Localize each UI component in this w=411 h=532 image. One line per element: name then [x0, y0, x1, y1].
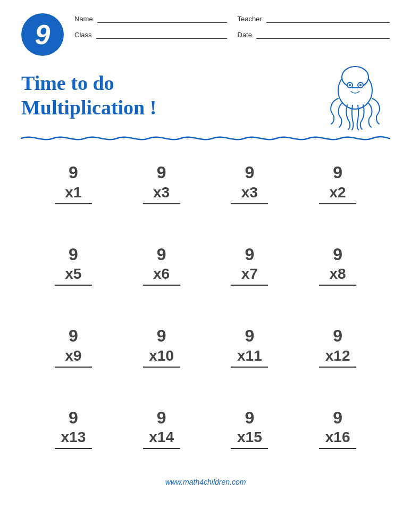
problem-answer[interactable] — [319, 286, 356, 298]
number-badge: 9 — [21, 13, 64, 56]
problem-top: 9 — [245, 325, 254, 347]
name-label: Name — [74, 15, 93, 23]
problem-item: 9 x15 — [208, 402, 291, 468]
problem-item: 9 x3 — [208, 156, 291, 222]
problem-answer[interactable] — [231, 204, 268, 217]
problem-bottom: x2 — [319, 184, 356, 204]
badge-number: 9 — [35, 19, 51, 51]
problem-bottom: x11 — [231, 347, 268, 368]
problem-item: 9 x12 — [296, 320, 379, 386]
problem-bottom: x5 — [55, 265, 92, 286]
problem-top: 9 — [69, 162, 78, 184]
problem-answer[interactable] — [231, 449, 268, 462]
name-input-line[interactable] — [97, 13, 227, 23]
problem-top: 9 — [333, 162, 342, 184]
problem-answer[interactable] — [55, 286, 92, 298]
svg-point-4 — [349, 84, 351, 86]
class-label: Class — [74, 31, 92, 39]
problem-item: 9 x14 — [120, 402, 203, 468]
problem-top: 9 — [333, 244, 342, 266]
problem-bottom: x1 — [55, 184, 92, 204]
octopus-image — [321, 61, 390, 130]
problem-top: 9 — [245, 244, 254, 266]
teacher-row: Teacher — [238, 13, 390, 23]
date-input-line[interactable] — [256, 29, 390, 39]
problem-top: 9 — [333, 407, 342, 429]
problem-answer[interactable] — [143, 368, 180, 380]
problem-answer[interactable] — [319, 368, 356, 380]
problem-top: 9 — [157, 407, 166, 429]
problem-item: 9 x3 — [120, 156, 203, 222]
problem-item: 9 x6 — [120, 238, 203, 304]
problem-top: 9 — [245, 407, 254, 429]
problem-item: 9 x5 — [32, 238, 115, 304]
class-row: Class — [74, 29, 227, 39]
fields-right: Teacher Date — [227, 11, 390, 45]
problem-bottom: x14 — [143, 429, 180, 449]
teacher-label: Teacher — [238, 15, 262, 23]
class-input-line[interactable] — [96, 29, 227, 39]
problem-bottom: x15 — [231, 429, 268, 449]
problem-bottom: x6 — [143, 265, 180, 286]
problem-item: 9 x1 — [32, 156, 115, 222]
problem-answer[interactable] — [319, 204, 356, 217]
footer-url: www.math4children.com — [165, 478, 246, 486]
problem-item: 9 x8 — [296, 238, 379, 304]
problem-answer[interactable] — [231, 286, 268, 298]
problem-bottom: x13 — [55, 429, 92, 449]
problem-answer[interactable] — [143, 204, 180, 217]
problem-bottom: x9 — [55, 347, 92, 368]
problem-item: 9 x16 — [296, 402, 379, 468]
date-row: Date — [238, 29, 390, 39]
title-line2: Multiplication ! — [21, 96, 156, 119]
title-line1: Time to do — [21, 72, 114, 94]
fields-left: Name Class — [74, 11, 227, 45]
name-row: Name — [74, 13, 227, 23]
problem-top: 9 — [157, 325, 166, 347]
problem-top: 9 — [333, 325, 342, 347]
problem-answer[interactable] — [55, 204, 92, 217]
problem-bottom: x12 — [319, 347, 356, 368]
problem-bottom: x3 — [231, 184, 268, 204]
problem-bottom: x10 — [143, 347, 180, 368]
problem-bottom: x3 — [143, 184, 180, 204]
problem-top: 9 — [157, 244, 166, 266]
problem-item: 9 x7 — [208, 238, 291, 304]
problem-bottom: x8 — [319, 265, 356, 286]
problem-item: 9 x13 — [32, 402, 115, 468]
footer: www.math4children.com — [21, 478, 390, 486]
problem-answer[interactable] — [319, 449, 356, 462]
title-heading: Time to do Multiplication ! — [21, 71, 321, 120]
title-section: Time to do Multiplication ! — [21, 61, 390, 130]
problem-item: 9 x2 — [296, 156, 379, 222]
problem-answer[interactable] — [143, 286, 180, 298]
problem-answer[interactable] — [55, 449, 92, 462]
problem-answer[interactable] — [143, 449, 180, 462]
wavy-divider — [21, 133, 390, 144]
problem-top: 9 — [69, 325, 78, 347]
problem-item: 9 x11 — [208, 320, 291, 386]
page: 9 Name Class Teacher Date — [0, 0, 411, 532]
header: 9 Name Class Teacher Date — [21, 11, 390, 56]
svg-point-5 — [359, 84, 362, 86]
problem-item: 9 x10 — [120, 320, 203, 386]
octopus-icon — [323, 61, 387, 130]
problem-top: 9 — [69, 244, 78, 266]
svg-point-1 — [342, 66, 368, 88]
problem-answer[interactable] — [55, 368, 92, 380]
problem-bottom: x16 — [319, 429, 356, 449]
date-label: Date — [238, 31, 252, 39]
problem-top: 9 — [69, 407, 78, 429]
problem-top: 9 — [245, 162, 254, 184]
problem-answer[interactable] — [231, 368, 268, 380]
problem-item: 9 x9 — [32, 320, 115, 386]
problem-bottom: x7 — [231, 265, 268, 286]
problems-grid: 9 x1 9 x3 9 x3 9 x2 9 x5 9 x6 9 x7 — [21, 156, 390, 467]
teacher-input-line[interactable] — [266, 13, 390, 23]
problem-top: 9 — [157, 162, 166, 184]
title-text: Time to do Multiplication ! — [21, 71, 321, 120]
